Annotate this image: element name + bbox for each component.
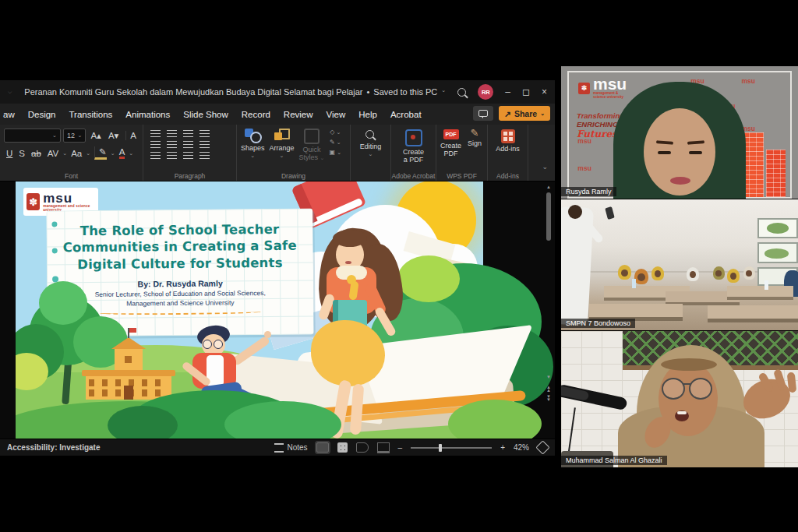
- school-eave: [82, 370, 175, 376]
- editing-button[interactable]: Editing⌄: [355, 130, 387, 158]
- zoom-slider[interactable]: [411, 447, 492, 449]
- collapse-ribbon-icon[interactable]: ⌄: [542, 163, 548, 171]
- align-center-button[interactable]: [167, 152, 177, 160]
- wps-pdf-group-label: WPS PDF: [436, 172, 487, 180]
- numbering-button[interactable]: [167, 130, 177, 138]
- saved-status[interactable]: Saved to this PC: [373, 87, 437, 97]
- addins-button[interactable]: Add-ins: [492, 129, 524, 153]
- close-button[interactable]: ×: [542, 86, 547, 97]
- zoom-in-button[interactable]: +: [500, 443, 505, 452]
- tab-transitions[interactable]: Transitions: [69, 110, 113, 119]
- tab-animations[interactable]: Animations: [125, 110, 170, 119]
- next-slide-button[interactable]: ▼▼: [546, 395, 551, 401]
- font-color-button[interactable]: A: [119, 147, 125, 159]
- school-building: [82, 351, 175, 400]
- previous-slide-button[interactable]: ▲▲: [546, 386, 551, 392]
- classroom-person: [743, 266, 755, 280]
- tab-design[interactable]: Design: [28, 110, 56, 119]
- account-avatar[interactable]: RR: [478, 84, 493, 100]
- tab-review[interactable]: Review: [284, 110, 313, 119]
- fit-slide-button[interactable]: [535, 440, 549, 454]
- arrange-icon: [274, 129, 290, 143]
- glasses-bridge: [683, 383, 691, 385]
- participant-video-2[interactable]: SMPN 7 Bondowoso: [561, 199, 798, 330]
- accessibility-status[interactable]: Accessibility: Investigate: [7, 443, 101, 452]
- vertical-scrollbar[interactable]: ▲ ▼ ▲▲ ▼▼: [545, 185, 553, 435]
- shape-outline-icon[interactable]: ✎ ⌄: [330, 139, 341, 146]
- shadow-button[interactable]: S: [19, 149, 25, 158]
- quick-styles-button[interactable]: Quick Styles ⌄: [299, 129, 325, 171]
- align-left-button[interactable]: [150, 152, 161, 160]
- tab-acrobat[interactable]: Acrobat: [390, 110, 422, 119]
- slideshow-view-button[interactable]: [377, 442, 390, 453]
- scroll-up-icon[interactable]: ▲: [546, 185, 551, 189]
- character-spacing-button[interactable]: AV: [48, 149, 59, 158]
- wps-create-pdf-button[interactable]: PDF CreatePDF: [440, 129, 461, 171]
- drawing-group: Shapes⌄ Arrange⌄ Quick Styles ⌄ ◇ ⌄ ✎ ⌄ …: [237, 125, 351, 181]
- classroom-person: [713, 266, 725, 280]
- minimize-button[interactable]: –: [505, 86, 510, 97]
- speaker-eye: [689, 151, 702, 154]
- notes-icon: [274, 443, 284, 453]
- acrobat-pdf-icon: [405, 129, 422, 146]
- notes-button[interactable]: Notes: [274, 443, 307, 453]
- font-name-combobox[interactable]: ⌄: [4, 129, 61, 143]
- grow-font-button[interactable]: A▴: [90, 130, 101, 141]
- backdrop-msu-logo: ✽ msu management & science university: [578, 77, 627, 99]
- text-direction-button[interactable]: [200, 141, 210, 149]
- tab-help[interactable]: Help: [358, 110, 377, 119]
- shape-fill-icon[interactable]: ◇ ⌄: [330, 129, 341, 136]
- zoom-out-button[interactable]: –: [398, 443, 403, 452]
- reading-view-button[interactable]: [356, 442, 369, 453]
- shape-effects-icon[interactable]: ▣ ⌄: [329, 149, 341, 157]
- zoom-level[interactable]: 42%: [514, 443, 529, 452]
- school-roof: [111, 337, 146, 349]
- clear-formatting-button[interactable]: A: [125, 131, 136, 140]
- font-size-combobox[interactable]: 12⌄: [63, 129, 86, 143]
- normal-view-button[interactable]: [316, 442, 329, 453]
- slide-sorter-view-button[interactable]: [337, 442, 348, 453]
- highlight-pen-button[interactable]: ✎: [94, 146, 107, 160]
- powerpoint-window: ⌵ Peranan Komuniti Guru Sekolah dalam Me…: [0, 80, 555, 454]
- tab-draw[interactable]: aw: [3, 110, 15, 119]
- arrange-button[interactable]: Arrange⌄: [270, 129, 295, 171]
- slide-canvas: ✽ msu management and science university …: [0, 181, 555, 439]
- wps-sign-button[interactable]: ✎ Sign: [468, 129, 482, 171]
- ribbon-options-icon[interactable]: ⌵: [8, 89, 12, 95]
- search-icon[interactable]: [457, 88, 466, 97]
- comments-button[interactable]: [473, 106, 493, 121]
- participant-video-3[interactable]: Muhammad Salman Al Ghazali: [561, 331, 798, 467]
- zoom-slider-thumb[interactable]: [439, 444, 442, 452]
- shapes-button[interactable]: Shapes⌄: [241, 129, 265, 171]
- change-case-button[interactable]: Aa: [71, 149, 82, 158]
- justify-button[interactable]: [200, 152, 210, 160]
- scrollbar-thumb[interactable]: [546, 192, 551, 241]
- tab-record[interactable]: Record: [242, 110, 270, 119]
- scroll-down-icon[interactable]: ▼: [546, 375, 551, 379]
- indent-list-button[interactable]: [183, 130, 193, 138]
- window: [757, 242, 798, 263]
- ribbon: ⌄ 12⌄ A▴ A▾ A U S ab AV⌄ Aa⌄ ✎⌄ A⌄ Font: [0, 125, 555, 181]
- underline-button[interactable]: U: [6, 149, 12, 158]
- share-button[interactable]: ↗ Share ⌄: [499, 106, 550, 121]
- line-spacing-button[interactable]: [200, 130, 210, 138]
- decrease-indent-button[interactable]: [150, 141, 161, 149]
- maximize-button[interactable]: ◻: [522, 86, 530, 97]
- columns-button[interactable]: [183, 141, 193, 149]
- align-right-button[interactable]: [183, 152, 193, 160]
- increase-indent-button[interactable]: [167, 141, 177, 149]
- slide[interactable]: ✽ msu management and science university …: [16, 181, 483, 439]
- participant-name-label: Muhammad Salman Al Ghazali: [561, 456, 667, 465]
- saved-chevron-icon[interactable]: ⌄: [441, 87, 446, 97]
- bullets-button[interactable]: [150, 130, 161, 138]
- tab-view[interactable]: View: [327, 110, 346, 119]
- create-a-pdf-button[interactable]: Createa PDF: [395, 129, 432, 164]
- flower-dot: [409, 412, 413, 416]
- strikethrough-button[interactable]: ab: [31, 149, 41, 158]
- shrink-font-button[interactable]: A▾: [108, 130, 118, 141]
- tab-slide-show[interactable]: Slide Show: [183, 110, 228, 119]
- addins-group: Add-ins Add-ins: [488, 125, 528, 181]
- wps-pdf-group: PDF CreatePDF ✎ Sign WPS PDF: [436, 125, 488, 181]
- participant-video-1[interactable]: ✽ msu management & science university ms…: [561, 66, 798, 199]
- drawing-group-label: Drawing: [237, 172, 350, 180]
